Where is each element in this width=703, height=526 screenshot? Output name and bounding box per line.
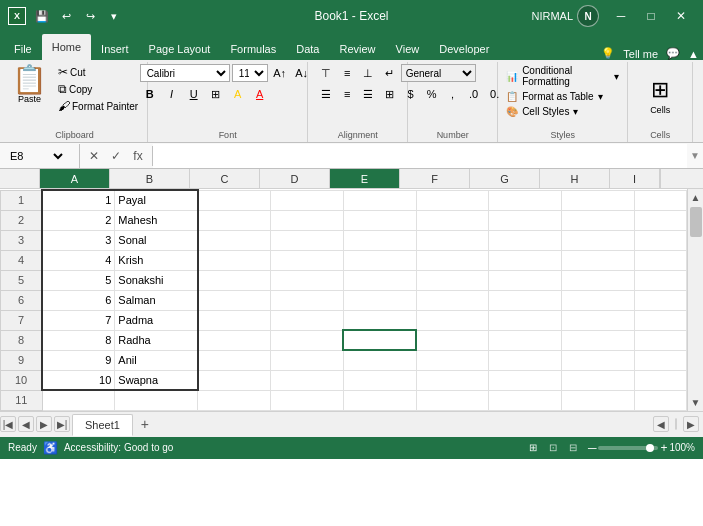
- cell-d8[interactable]: [271, 330, 344, 350]
- ribbon-collapse-btn[interactable]: ▲: [688, 48, 699, 60]
- align-left-btn[interactable]: ☰: [316, 85, 336, 103]
- cell-h2[interactable]: [562, 210, 635, 230]
- cell-d9[interactable]: [271, 350, 344, 370]
- cell-a2[interactable]: 2: [42, 210, 115, 230]
- cell-g8[interactable]: [489, 330, 562, 350]
- cell-h6[interactable]: [562, 290, 635, 310]
- cell-f10[interactable]: [416, 370, 489, 390]
- tab-first-btn[interactable]: |◀: [0, 416, 16, 432]
- save-btn[interactable]: 💾: [32, 6, 52, 26]
- tab-home[interactable]: Home: [42, 34, 91, 60]
- align-right-btn[interactable]: ☰: [358, 85, 378, 103]
- cell-h8[interactable]: [562, 330, 635, 350]
- bold-button[interactable]: B: [140, 85, 160, 103]
- cell-b4[interactable]: Krish: [115, 250, 198, 270]
- merge-cells-btn[interactable]: ⊞: [379, 85, 399, 103]
- cell-b11[interactable]: [115, 390, 198, 410]
- row-num-10[interactable]: 10: [1, 370, 43, 390]
- cell-styles-btn[interactable]: 🎨 Cell Styles ▾: [502, 105, 623, 118]
- cell-i4[interactable]: [634, 250, 686, 270]
- cell-i6[interactable]: [634, 290, 686, 310]
- cell-i2[interactable]: [634, 210, 686, 230]
- cell-i7[interactable]: [634, 310, 686, 330]
- cell-f4[interactable]: [416, 250, 489, 270]
- col-header-g[interactable]: G: [470, 169, 540, 188]
- minimize-btn[interactable]: ─: [607, 6, 635, 26]
- sheet-tab-1[interactable]: Sheet1: [72, 414, 133, 436]
- h-scroll-right-btn[interactable]: ▶: [683, 416, 699, 432]
- cell-f9[interactable]: [416, 350, 489, 370]
- cell-c2[interactable]: [198, 210, 271, 230]
- cell-e1[interactable]: [343, 190, 416, 210]
- number-format-select[interactable]: General: [401, 64, 476, 82]
- cell-i11[interactable]: [634, 390, 686, 410]
- cell-c11[interactable]: [198, 390, 271, 410]
- cell-g6[interactable]: [489, 290, 562, 310]
- cell-ref-select[interactable]: E8: [6, 149, 66, 163]
- cell-a10[interactable]: 10: [42, 370, 115, 390]
- cell-d11[interactable]: [271, 390, 344, 410]
- cell-b3[interactable]: Sonal: [115, 230, 198, 250]
- cell-e11[interactable]: [343, 390, 416, 410]
- cell-h5[interactable]: [562, 270, 635, 290]
- col-header-c[interactable]: C: [190, 169, 260, 188]
- row-num-6[interactable]: 6: [1, 290, 43, 310]
- align-middle-btn[interactable]: ≡: [337, 64, 357, 82]
- row-num-5[interactable]: 5: [1, 270, 43, 290]
- underline-button[interactable]: U: [184, 85, 204, 103]
- cell-g5[interactable]: [489, 270, 562, 290]
- font-family-select[interactable]: Calibri: [140, 64, 230, 82]
- cell-c8[interactable]: [198, 330, 271, 350]
- cell-b7[interactable]: Padma: [115, 310, 198, 330]
- cell-a7[interactable]: 7: [42, 310, 115, 330]
- col-header-h[interactable]: H: [540, 169, 610, 188]
- cell-c10[interactable]: [198, 370, 271, 390]
- cell-g11[interactable]: [489, 390, 562, 410]
- tab-developer[interactable]: Developer: [429, 38, 499, 60]
- tab-next-btn[interactable]: ▶: [36, 416, 52, 432]
- cell-d10[interactable]: [271, 370, 344, 390]
- percent-btn[interactable]: %: [422, 85, 442, 103]
- cell-g3[interactable]: [489, 230, 562, 250]
- align-top-btn[interactable]: ⊤: [316, 64, 336, 82]
- align-center-btn[interactable]: ≡: [337, 85, 357, 103]
- cell-e9[interactable]: [343, 350, 416, 370]
- cell-a11[interactable]: [42, 390, 115, 410]
- increase-font-btn[interactable]: A↑: [270, 64, 290, 82]
- confirm-formula-btn[interactable]: ✓: [106, 146, 126, 166]
- zoom-out-btn[interactable]: ─: [588, 441, 597, 455]
- cell-c7[interactable]: [198, 310, 271, 330]
- row-num-8[interactable]: 8: [1, 330, 43, 350]
- format-painter-button[interactable]: 🖌 Format Painter: [55, 98, 141, 114]
- cell-a6[interactable]: 6: [42, 290, 115, 310]
- cell-c1[interactable]: [198, 190, 271, 210]
- format-table-btn[interactable]: 📋 Format as Table ▾: [502, 90, 623, 103]
- cell-i10[interactable]: [634, 370, 686, 390]
- scroll-track[interactable]: [688, 205, 703, 395]
- formula-input[interactable]: [153, 144, 687, 168]
- tab-insert[interactable]: Insert: [91, 38, 139, 60]
- cell-g2[interactable]: [489, 210, 562, 230]
- cell-f5[interactable]: [416, 270, 489, 290]
- page-break-view-btn[interactable]: ⊟: [564, 440, 582, 456]
- cell-i5[interactable]: [634, 270, 686, 290]
- cell-i1[interactable]: [634, 190, 686, 210]
- cancel-formula-btn[interactable]: ✕: [84, 146, 104, 166]
- cell-f11[interactable]: [416, 390, 489, 410]
- cell-h11[interactable]: [562, 390, 635, 410]
- cell-f7[interactable]: [416, 310, 489, 330]
- col-header-e[interactable]: E: [330, 169, 400, 188]
- cell-i8[interactable]: [634, 330, 686, 350]
- cell-c9[interactable]: [198, 350, 271, 370]
- cell-c3[interactable]: [198, 230, 271, 250]
- cell-g4[interactable]: [489, 250, 562, 270]
- border-button[interactable]: ⊞: [206, 85, 226, 103]
- maximize-btn[interactable]: □: [637, 6, 665, 26]
- cell-b1[interactable]: Payal: [115, 190, 198, 210]
- cell-a3[interactable]: 3: [42, 230, 115, 250]
- tab-formulas[interactable]: Formulas: [220, 38, 286, 60]
- cell-b9[interactable]: Anil: [115, 350, 198, 370]
- h-scroll-left-btn[interactable]: ◀: [653, 416, 669, 432]
- cell-g9[interactable]: [489, 350, 562, 370]
- cut-button[interactable]: ✂ Cut: [55, 64, 141, 80]
